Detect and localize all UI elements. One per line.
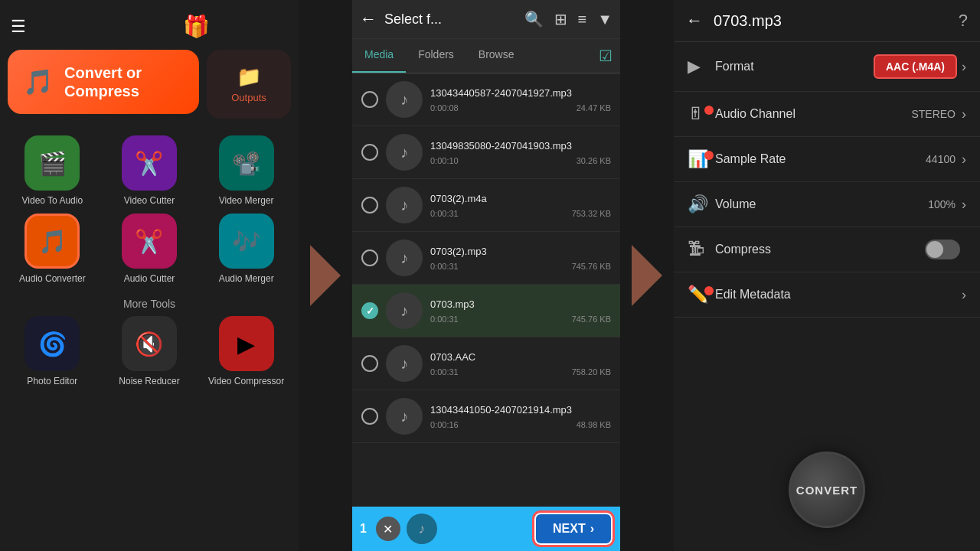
audio-channel-setting[interactable]: 🎚 Audio Channel STEREO ›	[674, 92, 980, 137]
file-item-selected[interactable]: ♪ 0703.mp3 0:00:31 745.76 KB	[352, 285, 620, 337]
tab-folders[interactable]: Folders	[406, 39, 466, 73]
arrow-shape-2	[632, 245, 662, 306]
music-note-icon: ♪	[400, 408, 408, 425]
music-thumbnail: ♪	[386, 187, 423, 223]
convert-card-icon: 🎵	[23, 67, 54, 96]
music-note-icon: ♪	[400, 197, 408, 214]
audio-cutter-icon-box: ✂️	[122, 214, 177, 269]
volume-icon-wrap: 🔊	[688, 194, 715, 214]
compress-icon: 🗜	[688, 240, 704, 259]
music-thumbnail: ♪	[386, 398, 423, 435]
search-icon[interactable]: 🔍	[524, 10, 544, 28]
compress-setting[interactable]: 🗜 Compress	[674, 227, 980, 272]
format-setting[interactable]: ▶ Format AAC (.M4A) ›	[674, 42, 980, 92]
audio-channel-label: Audio Channel	[715, 107, 911, 121]
file-item[interactable]: ♪ 0703.AAC 0:00:31 758.20 KB	[352, 337, 620, 390]
file-item[interactable]: ♪ 13043440587-2407041927.mp3 0:00:08 24.…	[352, 73, 620, 126]
arrow-2	[620, 0, 674, 551]
gift-icon[interactable]: 🎁	[183, 14, 210, 39]
arrow-shape-1	[310, 245, 341, 306]
sample-rate-setting[interactable]: 📊 Sample Rate 44100 ›	[674, 137, 980, 182]
left-panel: ☰ 🎁 🎵 Convert orCompress 📁 Outputs 🎬 Vid…	[0, 0, 299, 551]
file-item[interactable]: ♪ 0703(2).m4a 0:00:31 753.32 KB	[352, 179, 620, 232]
tab-media[interactable]: Media	[352, 39, 406, 73]
file-item[interactable]: ♪ 0703(2).mp3 0:00:31 745.76 KB	[352, 232, 620, 285]
radio-selected[interactable]	[361, 302, 378, 319]
selected-file-thumbnail: ♪	[407, 514, 437, 544]
file-info: 0703.mp3 0:00:31 745.76 KB	[430, 298, 611, 324]
sample-rate-red-dot	[704, 151, 714, 160]
format-chevron-icon: ›	[962, 59, 966, 75]
file-duration: 0:00:31	[430, 315, 459, 324]
radio-unselected[interactable]	[361, 91, 378, 108]
volume-setting[interactable]: 🔊 Volume 100% ›	[674, 182, 980, 227]
arrow-1	[299, 0, 352, 551]
settings-list: ▶ Format AAC (.M4A) › 🎚 Audio Channel ST…	[674, 42, 980, 429]
volume-value: 100%	[928, 198, 956, 210]
compress-toggle[interactable]	[925, 240, 960, 259]
file-size: 24.47 KB	[577, 103, 611, 112]
dropdown-icon[interactable]: ▼	[597, 11, 612, 28]
file-duration: 0:00:31	[430, 262, 459, 271]
tool-video-cutter[interactable]: ✂️ Video Cutter	[105, 135, 194, 206]
audio-channel-value: STEREO	[911, 108, 956, 120]
tool-noise-reducer[interactable]: 🔇 Noise Reducer	[105, 316, 194, 386]
convert-button[interactable]: CONVERT	[789, 452, 865, 528]
tool-video-to-audio[interactable]: 🎬 Video To Audio	[8, 135, 97, 206]
right-header: ← 0703.mp3 ?	[674, 0, 980, 42]
file-size: 753.32 KB	[572, 209, 611, 218]
left-header: ☰ 🎁	[8, 8, 291, 50]
radio-unselected[interactable]	[361, 408, 378, 425]
outputs-card[interactable]: 📁 Outputs	[207, 50, 291, 119]
file-item[interactable]: ♪ 13043441050-2407021914.mp3 0:00:16 48.…	[352, 390, 620, 443]
tab-bar: Media Folders Browse ☑	[352, 39, 620, 73]
radio-unselected[interactable]	[361, 355, 378, 372]
file-meta: 0:00:31 758.20 KB	[430, 367, 611, 377]
tool-photo-editor[interactable]: 🌀 Photo Editor	[8, 316, 97, 386]
tool-audio-cutter[interactable]: ✂️ Audio Cutter	[105, 214, 194, 284]
hamburger-icon[interactable]: ☰	[11, 17, 26, 37]
file-size: 745.76 KB	[572, 315, 611, 324]
tab-browse[interactable]: Browse	[466, 39, 527, 73]
tool-audio-merger[interactable]: 🎶 Audio Merger	[201, 214, 291, 284]
file-info: 13043440587-2407041927.mp3 0:00:08 24.47…	[430, 87, 611, 112]
radio-unselected[interactable]	[361, 249, 378, 266]
middle-back-button[interactable]: ←	[360, 9, 377, 29]
edit-metadata-label: Edit Metadata	[715, 288, 962, 302]
radio-unselected[interactable]	[361, 197, 378, 214]
video-compressor-icon-box: ▶	[219, 316, 274, 371]
audio-channel-icon-wrap: 🎚	[688, 104, 715, 124]
file-selection-bar: 1 ✕ ♪ NEXT ›	[352, 507, 620, 551]
sort-icon[interactable]: ≡	[578, 11, 587, 28]
radio-unselected[interactable]	[361, 144, 378, 161]
bottom-tools-grid: 🌀 Photo Editor 🔇 Noise Reducer ▶ Video C…	[8, 316, 291, 386]
select-all-button[interactable]: ☑	[591, 39, 620, 73]
convert-compress-card[interactable]: 🎵 Convert orCompress	[8, 50, 199, 114]
help-icon[interactable]: ?	[959, 11, 968, 31]
tool-audio-converter[interactable]: 🎵 Audio Converter	[8, 214, 97, 284]
format-icon: ▶	[688, 57, 701, 76]
tool-video-compressor[interactable]: ▶ Video Compressor	[201, 316, 291, 386]
edit-metadata-setting[interactable]: ✏️ Edit Metadata ›	[674, 272, 980, 318]
video-to-audio-icon-box: 🎬	[24, 135, 80, 191]
grid-icon[interactable]: ⊞	[554, 10, 567, 28]
right-panel: ← 0703.mp3 ? ▶ Format AAC (.M4A) › 🎚 Aud…	[674, 0, 980, 551]
remove-selected-button[interactable]: ✕	[376, 517, 400, 541]
right-back-button[interactable]: ←	[686, 11, 703, 31]
format-icon-wrap: ▶	[688, 57, 715, 77]
file-item[interactable]: ♪ 13049835080-2407041903.mp3 0:00:10 30.…	[352, 126, 620, 179]
volume-chevron-icon: ›	[962, 197, 966, 213]
file-duration: 0:00:08	[430, 103, 459, 112]
right-title: 0703.mp3	[714, 12, 959, 30]
compress-label: Compress	[715, 243, 925, 256]
edit-metadata-red-dot	[704, 286, 714, 295]
next-button[interactable]: NEXT ›	[534, 513, 612, 545]
file-name: 13049835080-2407041903.mp3	[430, 140, 611, 152]
tool-video-merger[interactable]: 📽️ Video Merger	[201, 135, 291, 206]
edit-metadata-chevron-icon: ›	[962, 287, 966, 303]
format-value: AAC (.M4A)	[874, 54, 957, 79]
convert-card-text: Convert orCompress	[64, 64, 142, 100]
music-thumbnail: ♪	[386, 134, 423, 171]
selected-count-badge: 1	[360, 522, 367, 536]
top-row: 🎵 Convert orCompress 📁 Outputs	[8, 50, 291, 125]
